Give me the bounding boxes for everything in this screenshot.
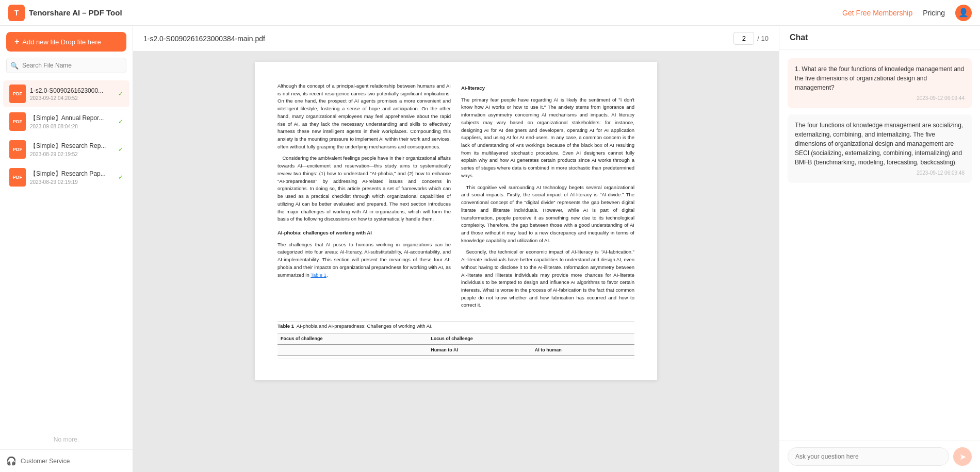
file-icon: PDF bbox=[9, 140, 26, 159]
send-icon: ➤ bbox=[959, 452, 966, 462]
table-row bbox=[277, 356, 634, 359]
file-info: 【Simple】Research Rep... 2023-08-29 02:19… bbox=[30, 142, 114, 157]
file-list-item[interactable]: PDF 【Simple】Research Pap... 2023-08-29 0… bbox=[3, 164, 129, 191]
file-icon: PDF bbox=[9, 168, 26, 187]
file-name: 【Simple】Annual Repor... bbox=[30, 114, 114, 123]
main-layout: + Add new file Drop file here 🔍 PDF 1-s2… bbox=[0, 26, 980, 472]
pdf-para-2: Considering the ambivalent feelings peop… bbox=[277, 155, 451, 223]
plus-icon: + bbox=[14, 37, 19, 46]
pdf-para-5: This cognitive veil surrounding AI techn… bbox=[461, 184, 634, 245]
file-info: 1-s2.0-S0090261623000... 2023-09-12 04:2… bbox=[30, 87, 114, 101]
message-timestamp: 2023-09-12 06:09:46 bbox=[795, 169, 965, 177]
app-header: T Tenorshare AI – PDF Tool Get Free Memb… bbox=[0, 0, 980, 26]
no-more-label: No more. bbox=[0, 430, 133, 449]
file-info: 【Simple】Research Pap... 2023-08-29 02:19… bbox=[30, 170, 114, 185]
customer-service-button[interactable]: 🎧 Customer Service bbox=[0, 449, 133, 472]
table-link[interactable]: Table 1 bbox=[311, 272, 326, 278]
chat-message-user: 1. What are the four functions of knowle… bbox=[788, 58, 972, 108]
pdf-header: 1-s2.0-S0090261623000384-main.pdf / 10 bbox=[133, 26, 779, 52]
search-input[interactable] bbox=[6, 58, 126, 73]
chat-message-bot: The four functions of knowledge manageme… bbox=[788, 114, 972, 183]
file-list-item[interactable]: PDF 1-s2.0-S0090261623000... 2023-09-12 … bbox=[3, 80, 129, 107]
page-number-input[interactable] bbox=[733, 32, 754, 45]
table-caption: Table 1 AI-phobia and AI-preparedness: C… bbox=[277, 322, 634, 330]
chat-send-button[interactable]: ➤ bbox=[953, 447, 972, 466]
pdf-left-col: Although the concept of a principal-agen… bbox=[277, 82, 451, 313]
sidebar: + Add new file Drop file here 🔍 PDF 1-s2… bbox=[0, 26, 133, 472]
app-title: Tenorshare AI – PDF Tool bbox=[29, 8, 122, 17]
pdf-section-heading-phobia: AI-phobia: challenges of working with AI bbox=[277, 229, 451, 237]
table-subheader-ai-human: AI to human bbox=[532, 344, 634, 355]
file-date: 2023-08-29 02:19:19 bbox=[30, 179, 114, 185]
search-icon: 🔍 bbox=[10, 62, 19, 70]
add-file-label: Add new file Drop file here bbox=[22, 38, 101, 46]
message-text: 1. What are the four functions of knowle… bbox=[795, 64, 965, 92]
chat-input[interactable] bbox=[788, 447, 949, 466]
pdf-table-section: Table 1 AI-phobia and AI-preparedness: C… bbox=[277, 322, 634, 359]
pricing-link[interactable]: Pricing bbox=[923, 9, 945, 17]
chat-header: Chat bbox=[779, 26, 980, 50]
page-total: / 10 bbox=[757, 35, 769, 42]
message-timestamp: 2023-09-12 06:09:44 bbox=[795, 94, 965, 102]
search-box: 🔍 bbox=[6, 58, 126, 73]
pdf-right-col: AI-literacy The primary fear people have… bbox=[461, 82, 634, 313]
pdf-content[interactable]: Although the concept of a principal-agen… bbox=[133, 52, 779, 472]
page-control: / 10 bbox=[733, 32, 769, 45]
table-subheader-human-ai: Human to AI bbox=[428, 344, 531, 355]
message-text: The four functions of knowledge manageme… bbox=[795, 121, 965, 167]
table-header-locus: Locus of challenge bbox=[428, 333, 634, 344]
pdf-viewer: 1-s2.0-S0090261623000384-main.pdf / 10 A… bbox=[133, 26, 779, 472]
chat-input-area: ➤ bbox=[779, 441, 980, 472]
user-avatar[interactable]: 👤 bbox=[955, 5, 972, 21]
header-right: Get Free Membership Pricing 👤 bbox=[842, 5, 972, 21]
file-info: 【Simple】Annual Repor... 2023-09-08 08:04… bbox=[30, 114, 114, 129]
file-name: 1-s2.0-S0090261623000... bbox=[30, 87, 114, 94]
pdf-table: Focus of challenge Locus of challenge Hu… bbox=[277, 333, 634, 359]
add-file-button[interactable]: + Add new file Drop file here bbox=[6, 32, 126, 52]
file-icon: PDF bbox=[9, 85, 26, 103]
file-check-icon: ✓ bbox=[118, 146, 123, 153]
chat-panel: Chat 1. What are the four functions of k… bbox=[779, 26, 980, 472]
file-name: 【Simple】Research Rep... bbox=[30, 142, 114, 150]
headset-icon: 🎧 bbox=[6, 456, 17, 466]
header-left: T Tenorshare AI – PDF Tool bbox=[8, 5, 122, 21]
file-check-icon: ✓ bbox=[118, 174, 123, 181]
pdf-two-column: Although the concept of a principal-agen… bbox=[277, 82, 634, 313]
pdf-filename: 1-s2.0-S0090261623000384-main.pdf bbox=[143, 35, 265, 43]
file-check-icon: ✓ bbox=[118, 118, 123, 125]
table-header-focus: Focus of challenge bbox=[277, 333, 428, 344]
file-name: 【Simple】Research Pap... bbox=[30, 170, 114, 178]
file-list-item[interactable]: PDF 【Simple】Research Rep... 2023-08-29 0… bbox=[3, 136, 129, 163]
pdf-para-3: The challenges that AI poses to humans w… bbox=[277, 241, 451, 279]
chat-messages: 1. What are the four functions of knowle… bbox=[779, 50, 980, 441]
pdf-para-6: Secondly, the technical or economic impa… bbox=[461, 248, 634, 309]
file-list: PDF 1-s2.0-S0090261623000... 2023-09-12 … bbox=[0, 77, 133, 430]
file-date: 2023-08-29 02:19:52 bbox=[30, 151, 114, 157]
pdf-page: Although the concept of a principal-agen… bbox=[255, 62, 657, 380]
file-list-item[interactable]: PDF 【Simple】Annual Repor... 2023-09-08 0… bbox=[3, 108, 129, 135]
customer-service-label: Customer Service bbox=[21, 458, 70, 465]
file-check-icon: ✓ bbox=[118, 90, 123, 97]
app-logo: T bbox=[8, 5, 25, 21]
file-icon: PDF bbox=[9, 112, 26, 131]
file-date: 2023-09-12 04:20:52 bbox=[30, 95, 114, 101]
pdf-section-title-literacy: AI-literacy bbox=[461, 85, 634, 92]
get-free-membership-link[interactable]: Get Free Membership bbox=[842, 9, 912, 17]
file-date: 2023-09-08 08:04:28 bbox=[30, 124, 114, 129]
pdf-para-4: The primary fear people have regarding A… bbox=[461, 96, 634, 180]
pdf-para-1: Although the concept of a principal-agen… bbox=[277, 82, 451, 150]
